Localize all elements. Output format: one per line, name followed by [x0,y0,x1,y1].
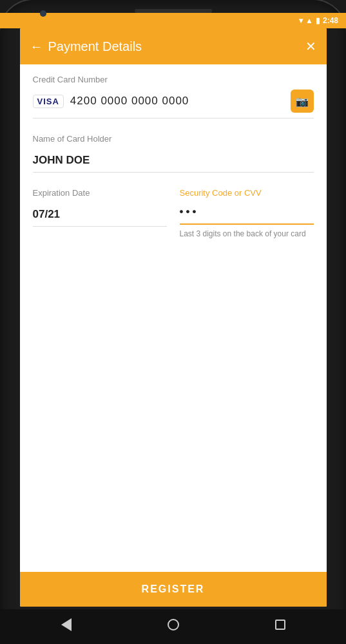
card-holder-label: Name of Card Holder [33,134,314,144]
battery-icon: ▮ [316,16,320,25]
card-number-label: Credit Card Number [33,75,314,84]
card-holder-group: Name of Card Holder [33,134,314,173]
cvv-value[interactable]: ••• [180,200,314,225]
status-icons: ▾ ▲ ▮ 2:48 [299,16,338,25]
camera-button[interactable]: 📷 [291,90,314,113]
expiration-label: Expiration Date [33,188,167,198]
cvv-label: Security Code or CVV [180,188,314,198]
card-input-row: VISA 4200 0000 0000 0000 📷 [33,90,314,118]
speaker [135,9,212,13]
expiration-group: Expiration Date 07/21 [33,188,167,240]
card-number-value: 4200 0000 0000 0000 [70,95,291,108]
visa-badge: VISA [33,95,64,108]
back-button[interactable]: ← [30,39,43,54]
phone-bottom-bar [0,609,346,644]
recent-nav-button[interactable] [275,620,285,630]
header-left: ← Payment Details [30,39,142,54]
wifi-icon: ▾ [299,16,303,25]
phone-frame: ▾ ▲ ▮ 2:48 ← Payment Details ✕ Credit Ca… [0,0,346,644]
signal-icon: ▲ [305,16,313,25]
status-bar: ▾ ▲ ▮ 2:48 [0,13,346,28]
cvv-group: Security Code or CVV ••• Last 3 digits o… [180,188,314,240]
form-content: Credit Card Number VISA 4200 0000 0000 0… [20,64,327,328]
screen: ← Payment Details ✕ Credit Card Number V… [20,28,327,607]
cvv-hint: Last 3 digits on the back of your card [180,229,314,240]
register-button[interactable]: REGISTER [20,572,327,607]
back-nav-button[interactable] [61,618,72,631]
close-button[interactable]: ✕ [305,39,316,54]
phone-top [0,0,346,13]
exp-cvv-row: Expiration Date 07/21 Security Code or C… [33,188,314,240]
camera-icon: 📷 [296,95,309,108]
page-title: Payment Details [48,39,142,54]
card-number-group: Credit Card Number VISA 4200 0000 0000 0… [33,75,314,118]
camera-dot [40,10,46,17]
app-header: ← Payment Details ✕ [20,28,327,64]
card-holder-input[interactable] [33,149,314,173]
expiration-value: 07/21 [33,203,167,227]
time-display: 2:48 [323,16,338,25]
home-nav-button[interactable] [168,619,179,630]
